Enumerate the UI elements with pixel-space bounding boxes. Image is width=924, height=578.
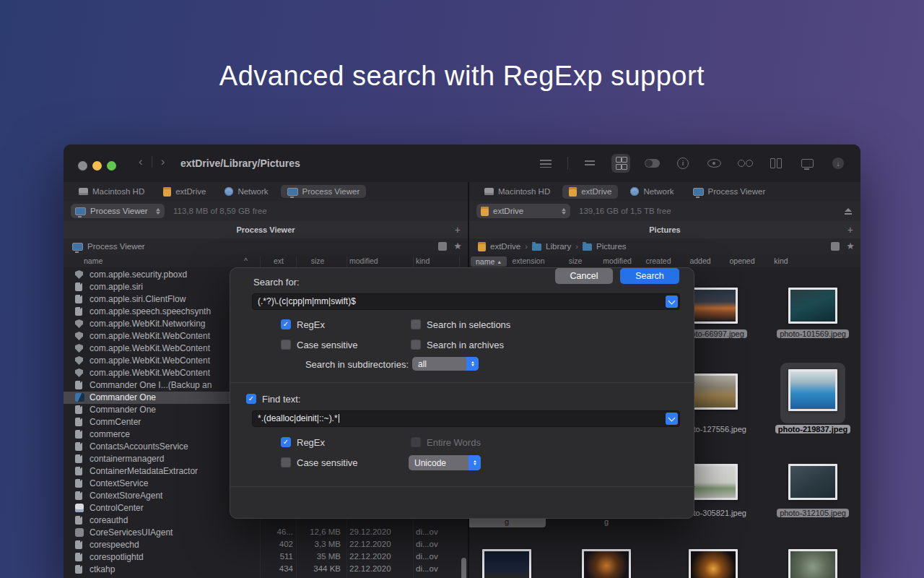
column-header-kind[interactable]: kind [416, 256, 430, 265]
dual-pane-icon[interactable] [767, 154, 785, 173]
search-in-selections-checkbox[interactable] [411, 319, 421, 329]
photo-label-text: photo-101569.jpeg [777, 329, 849, 338]
search-for-label: Search for: [253, 277, 300, 288]
right-breadcrumb: extDrive›Library›Pictures★ [469, 238, 860, 255]
left-scrollbar[interactable] [461, 558, 466, 578]
find-pattern-input[interactable]: *.(dealloc|deinit|::~).* [252, 410, 680, 427]
photo-thumbnail[interactable] [689, 464, 738, 500]
file-name: ControlCenter [90, 503, 144, 513]
find-text-checkbox[interactable]: ✓ [246, 394, 256, 404]
breadcrumb-item[interactable]: Process Viewer [87, 242, 145, 251]
stepper-icon [156, 208, 160, 215]
column-header-created[interactable]: created [645, 256, 671, 265]
right-drive-tab-process-viewer[interactable]: Process Viewer [687, 185, 772, 198]
doc-icon [75, 540, 82, 549]
photo-thumbnail[interactable] [482, 549, 531, 578]
photo-thumbnail[interactable] [582, 549, 631, 578]
right-drive-tab-extdrive[interactable]: extDrive [562, 185, 618, 199]
download-icon[interactable]: ↓ [829, 154, 847, 173]
history-dropdown-icon[interactable] [666, 296, 678, 308]
add-tab-button[interactable]: + [847, 224, 853, 236]
left-drive-tab-process-viewer[interactable]: Process Viewer [281, 185, 367, 198]
doc-icon [75, 405, 82, 414]
photo-thumbnail[interactable] [788, 464, 837, 500]
column-header-extension[interactable]: extension [513, 256, 545, 265]
zoom-button-icon[interactable] [107, 161, 116, 171]
favorite-star-icon[interactable]: ★ [453, 242, 462, 251]
right-tab[interactable]: Pictures [649, 225, 680, 234]
column-header-modified[interactable]: modified [603, 256, 632, 265]
left-drive-tab-macintosh-hd[interactable]: Macintosh HD [72, 185, 151, 198]
file-row[interactable]: corespotlightd51135 MB22.12.2020di...ov [64, 551, 468, 564]
column-header-added[interactable]: added [689, 256, 710, 265]
photo-label[interactable]: photo-101569.jpeg [773, 328, 853, 340]
file-name: ctkahp [90, 564, 115, 574]
photo-thumbnail[interactable] [689, 549, 738, 578]
compact-list-view-icon[interactable] [580, 154, 599, 173]
pane-mode-button[interactable] [831, 242, 840, 251]
doc-icon [75, 430, 82, 439]
breadcrumb-item[interactable]: Pictures [596, 242, 627, 251]
find-case-sensitive-checkbox[interactable] [281, 457, 291, 467]
file-name: com.apple.siri.ClientFlow [90, 294, 186, 304]
add-tab-button[interactable]: + [455, 224, 461, 236]
toggle-icon[interactable] [642, 154, 661, 173]
column-header-size[interactable]: size [311, 256, 325, 265]
photo-label[interactable]: photo-219837.jpeg [773, 423, 853, 435]
cancel-button[interactable]: Cancel [555, 268, 613, 284]
column-header-size[interactable]: size [569, 256, 583, 265]
right-volume-selector[interactable]: extDrive [476, 204, 570, 218]
grid-view-icon[interactable] [611, 154, 630, 173]
list-view-icon[interactable] [536, 154, 555, 173]
network-screen-icon[interactable] [798, 154, 816, 173]
left-tab[interactable]: Process Viewer [236, 225, 295, 234]
search-in-archives-checkbox[interactable] [411, 340, 421, 350]
minimize-button-icon[interactable] [92, 161, 102, 171]
search-binoculars-icon[interactable] [736, 154, 754, 173]
file-name: Commander One I...(Backup an [90, 380, 212, 390]
column-header-kind[interactable]: kind [774, 256, 788, 265]
favorite-star-icon[interactable]: ★ [846, 242, 855, 251]
pane-mode-button[interactable] [438, 242, 447, 251]
close-button-icon[interactable] [78, 161, 87, 171]
subdirectories-dropdown[interactable]: all [412, 357, 479, 371]
encoding-dropdown[interactable]: Unicode [409, 455, 481, 470]
column-header-modified[interactable]: modified [349, 256, 378, 265]
folder-icon [583, 243, 592, 251]
file-row[interactable]: ctkahp434344 KB22.12.2020di...ov [64, 564, 468, 576]
photo-thumbnail[interactable] [788, 369, 837, 411]
left-volume-selector[interactable]: Process Viewer [71, 204, 165, 218]
breadcrumb-item[interactable]: Library [546, 242, 571, 251]
regex-checkbox[interactable]: ✓ [281, 319, 291, 329]
ext-drive-icon [481, 207, 489, 216]
case-sensitive-checkbox[interactable] [281, 340, 291, 350]
photo-thumbnail[interactable] [689, 374, 738, 410]
file-name: com.apple.WebKit.WebContent [90, 343, 210, 353]
info-icon[interactable]: i [674, 154, 692, 173]
column-header-ext[interactable]: ext [274, 256, 284, 265]
left-drive-tab-extdrive[interactable]: extDrive [157, 185, 212, 199]
column-divider [346, 256, 347, 267]
column-header-name[interactable]: name▲ [471, 256, 507, 267]
right-drive-tab-macintosh-hd[interactable]: Macintosh HD [478, 185, 557, 198]
search-pattern-input[interactable]: (.*?)\.(c|cpp|m|mm|swift)$ [252, 293, 680, 310]
search-button[interactable]: Search [620, 268, 679, 284]
preview-eye-icon[interactable] [705, 154, 723, 173]
back-icon[interactable]: ‹ [139, 155, 143, 169]
forward-icon[interactable]: › [161, 155, 165, 169]
right-drive-tab-network[interactable]: Network [624, 185, 680, 198]
history-dropdown-icon[interactable] [666, 413, 678, 425]
file-row[interactable]: corespeechd4023,3 MB22.12.2020di...ov [64, 539, 468, 551]
photo-thumbnail[interactable] [788, 549, 837, 578]
breadcrumb-item[interactable]: extDrive [490, 242, 520, 251]
file-name: commerce [90, 429, 130, 439]
photo-thumbnail[interactable] [788, 288, 837, 324]
column-header-opened[interactable]: opened [729, 256, 754, 265]
left-drive-tab-network[interactable]: Network [218, 185, 274, 198]
photo-label[interactable]: photo-312105.jpeg [773, 507, 853, 519]
eject-icon[interactable] [845, 208, 852, 215]
file-row[interactable]: CoreServicesUIAgent46...12,6 MB29.12.202… [64, 527, 468, 539]
column-header-name[interactable]: name [84, 256, 103, 265]
photo-thumbnail[interactable] [689, 288, 738, 324]
find-regex-checkbox[interactable]: ✓ [281, 437, 291, 447]
